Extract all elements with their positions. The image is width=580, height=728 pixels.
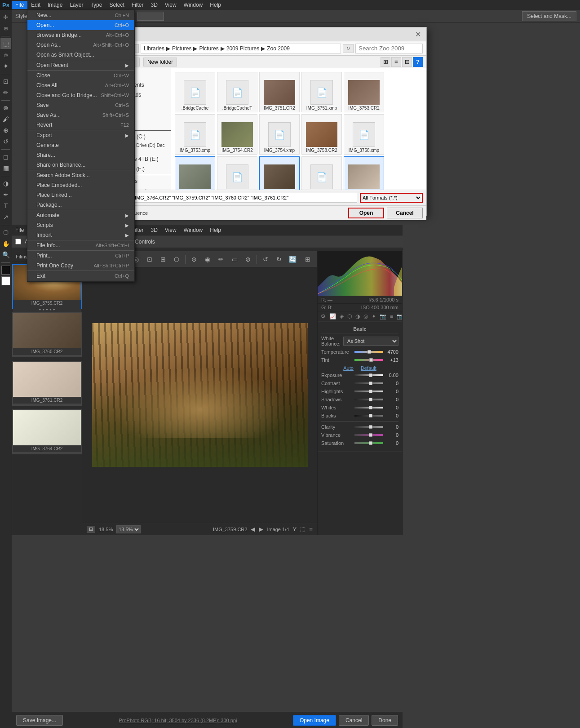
zoom-select[interactable]: 18.5% <box>116 525 141 533</box>
menu-window[interactable]: Window <box>180 1 207 9</box>
prev-img-btn[interactable]: ◀ <box>251 526 255 533</box>
open-btn[interactable]: Open <box>348 208 384 218</box>
sat-handle[interactable] <box>369 441 372 445</box>
tab-basic[interactable]: ⚙ <box>319 312 327 320</box>
menu-select[interactable]: Select <box>106 1 128 9</box>
tab-split-tone[interactable]: ◑ <box>354 312 361 320</box>
menu-image[interactable]: Image <box>44 1 66 9</box>
exp-handle[interactable] <box>369 373 372 377</box>
cancel-btn[interactable]: Cancel <box>387 208 423 218</box>
menu-open[interactable]: Open...Ctrl+O <box>27 20 134 30</box>
tint-slider[interactable] <box>354 359 383 361</box>
tool-hand[interactable]: ✋ <box>0 238 11 249</box>
menu-3d[interactable]: 3D <box>147 1 161 9</box>
tool-history-brush[interactable]: ↺ <box>0 136 11 147</box>
tint-handle[interactable] <box>369 358 373 362</box>
foreground-color[interactable] <box>1 266 10 275</box>
shadows-handle[interactable] <box>369 398 372 401</box>
file-img3761cr2[interactable]: IMG_3761.CR2 <box>344 156 384 190</box>
menu-open-recent[interactable]: Open Recent▶ <box>27 60 134 70</box>
blacks-handle[interactable] <box>369 414 372 417</box>
cr-spot-removal[interactable]: ⊛ <box>188 253 200 265</box>
file-img3759cr2[interactable]: IMG_3759.CR2 <box>175 156 215 190</box>
help-btn[interactable]: ? <box>413 57 423 67</box>
breadcrumb[interactable]: Libraries▶ Pictures▶ Pictures▶ 2009 Pict… <box>141 44 341 53</box>
file-img3751xmp[interactable]: 📄 IMG_3751.xmp <box>301 72 342 112</box>
height-input[interactable] <box>137 12 164 21</box>
menu-scripts[interactable]: Scripts▶ <box>27 220 134 230</box>
next-img-btn[interactable]: ▶ <box>259 526 263 533</box>
contrast-slider[interactable] <box>354 382 383 384</box>
menu-open-as[interactable]: Open As...Alt+Shift+Ctrl+O <box>27 40 134 50</box>
cr-cancel-btn[interactable]: Cancel <box>339 715 369 726</box>
tab-tone-curve[interactable]: 📈 <box>328 312 337 320</box>
cr-fullscreen[interactable]: ⊞ <box>302 253 314 265</box>
tab-lens[interactable]: ◎ <box>362 312 369 320</box>
vibrance-slider[interactable] <box>354 434 383 436</box>
tool-lasso[interactable]: ⌾ <box>0 49 11 60</box>
tool-artboard[interactable]: ⊞ <box>0 23 11 34</box>
menu2-3d[interactable]: 3D <box>147 226 161 234</box>
tab-camera-calibration[interactable]: 📷 <box>378 312 388 320</box>
menu-share[interactable]: Share... <box>27 150 134 160</box>
search-input[interactable] <box>355 44 423 53</box>
tool-magic-wand[interactable]: ✦ <box>0 61 11 71</box>
menu2-help[interactable]: Help <box>206 226 225 234</box>
menu-revert[interactable]: RevertF12 <box>27 120 134 130</box>
tool-zoom[interactable]: 🔍 <box>0 249 11 260</box>
cr-info-btn[interactable]: ≡ <box>309 526 313 533</box>
default-link[interactable]: Default <box>361 365 376 371</box>
menu-close-bridge[interactable]: Close and Go to Bridge...Shift+Ctrl+W <box>27 90 134 100</box>
menu-save-as[interactable]: Save As...Shift+Ctrl+S <box>27 110 134 120</box>
contrast-handle[interactable] <box>369 382 372 385</box>
cr-redeye[interactable]: ◉ <box>202 253 213 265</box>
new-folder-btn[interactable]: New folder <box>143 58 177 67</box>
cr-settings-btn[interactable]: Y <box>292 526 297 533</box>
menu-print[interactable]: Print...Ctrl+P <box>27 251 134 261</box>
view-list-btn[interactable]: ≡ <box>391 57 401 67</box>
whites-handle[interactable] <box>369 406 372 409</box>
tab-hsl[interactable]: ⬡ <box>346 312 353 320</box>
tab-presets[interactable]: ≡ <box>389 312 394 320</box>
blacks-slider[interactable] <box>354 415 383 417</box>
tool-type[interactable]: T <box>0 200 11 211</box>
file-img3760xmp[interactable]: 📄 IMG_3760.xmp <box>301 156 342 190</box>
cr-transform-tool[interactable]: ⬡ <box>171 253 182 265</box>
exp-slider[interactable] <box>354 374 383 376</box>
highlights-handle[interactable] <box>369 390 372 393</box>
menu-new[interactable]: New...Ctrl+N <box>27 10 134 20</box>
file-img3760cr2[interactable]: IMG_3760.CR2 <box>259 156 300 190</box>
filename-input[interactable] <box>131 193 357 203</box>
view-large-icons-btn[interactable]: ⊞ <box>381 57 390 67</box>
tool-marquee[interactable]: ⬚ <box>0 38 11 49</box>
clarity-handle[interactable] <box>369 425 372 429</box>
menu-place-embedded[interactable]: Place Embedded... <box>27 180 134 190</box>
dialog-close-btn[interactable]: ✕ <box>414 30 422 38</box>
highlights-slider[interactable] <box>354 391 383 392</box>
tab-detail[interactable]: ◈ <box>338 312 345 320</box>
temp-handle[interactable] <box>367 350 371 354</box>
menu-filter[interactable]: Filter <box>128 1 147 9</box>
file-img3753cr2[interactable]: IMG_3753.CR2 <box>344 72 384 112</box>
tool-shape[interactable]: ⬡ <box>0 227 11 238</box>
menu-automate[interactable]: Automate▶ <box>27 210 134 220</box>
file-img3753xmp[interactable]: 📄 IMG_3753.xmp <box>175 114 215 155</box>
done-btn[interactable]: Done <box>372 715 398 726</box>
file-bridgecachet[interactable]: 📄 .BridgeCacheT <box>217 72 257 112</box>
cr-radial[interactable]: ⊘ <box>242 253 254 265</box>
tool-path-select[interactable]: ↗ <box>0 212 11 222</box>
auto-select-check[interactable] <box>15 239 21 244</box>
cr-zoom-in-btn[interactable]: ⊞ <box>87 526 95 533</box>
menu-help[interactable]: Help <box>206 1 225 9</box>
menu-import[interactable]: Import▶ <box>27 230 134 240</box>
file-img3758xmp[interactable]: 📄 IMG_3758.xmp <box>344 114 384 155</box>
tab-effects[interactable]: ✦ <box>370 312 377 320</box>
menu-file[interactable]: File <box>12 1 27 9</box>
temp-slider[interactable] <box>354 351 383 353</box>
menu-view[interactable]: View <box>161 1 180 9</box>
menu-close-all[interactable]: Close AllAlt+Ctrl+W <box>27 80 134 90</box>
open-image-btn[interactable]: Open Image <box>293 715 336 726</box>
tab-snapshots[interactable]: 📷 <box>395 312 402 320</box>
menu-export[interactable]: Export▶ <box>27 130 134 140</box>
cr-rotate-cw[interactable]: ↻ <box>273 253 285 265</box>
